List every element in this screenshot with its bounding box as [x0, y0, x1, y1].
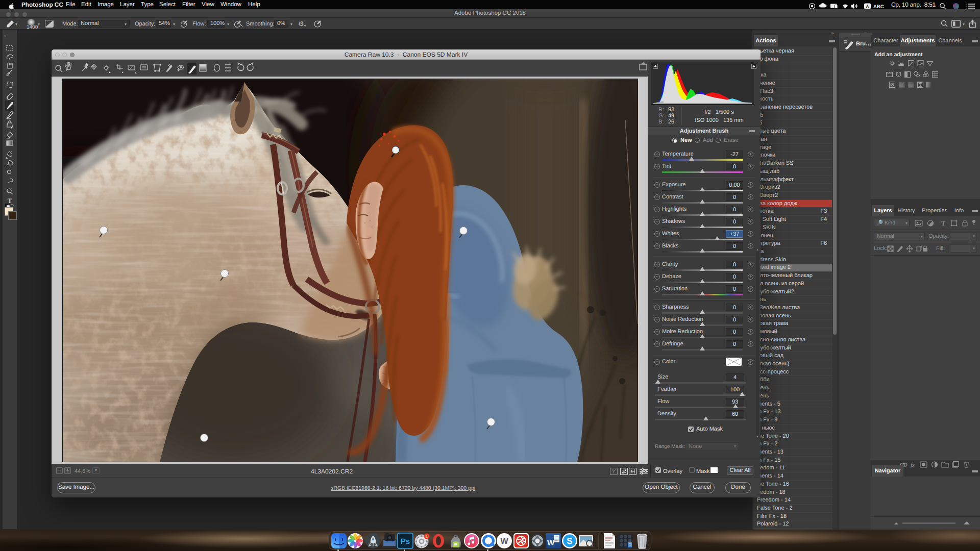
svg-text:W: W [547, 539, 555, 547]
svg-text:ABC: ABC [873, 4, 884, 10]
svg-text:Ps: Ps [401, 537, 410, 546]
svg-text:T: T [941, 220, 945, 227]
svg-text:S: S [567, 536, 572, 546]
svg-text:1: 1 [426, 534, 428, 539]
svg-text:A: A [866, 4, 869, 9]
svg-text:W: W [500, 537, 508, 546]
svg-text:fx: fx [911, 462, 915, 468]
